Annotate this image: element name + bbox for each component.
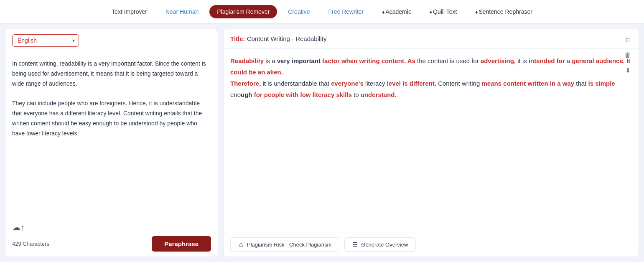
output-word: very — [277, 57, 290, 64]
output-word: intended for — [529, 57, 565, 64]
language-selector-area: English Spanish French German — [5, 29, 218, 52]
nav-creative[interactable]: Creative — [280, 5, 317, 18]
output-word: level is different. — [387, 80, 436, 87]
output-word: advertising, — [481, 57, 516, 64]
overview-btn-label: Generate Overview — [361, 242, 408, 248]
nav-free-rewriter[interactable]: Free Rewriter — [321, 5, 371, 18]
output-word: for people with low literacy skills — [254, 91, 352, 98]
output-word: important — [292, 57, 321, 64]
title-value: Content Writing - Readability — [247, 35, 327, 42]
output-word: everyone's — [331, 80, 364, 87]
copy-button[interactable]: ⧉ — [622, 34, 634, 46]
top-navigation: Text Improver Near Human Plagiarism Remo… — [0, 0, 644, 24]
right-bottom-bar: ⚠ Plagiarism Risk - Check Plagiarism ☰ G… — [224, 232, 639, 257]
nav-plagiarism-remover[interactable]: Plagiarism Remover — [209, 5, 277, 18]
left-bottom-bar: 429 Characters Paraphrase — [5, 231, 218, 257]
language-select[interactable]: English Spanish French German — [12, 34, 79, 47]
input-text-area[interactable]: In content writing, readability is a ver… — [5, 52, 218, 231]
output-word: factor when writing content. As — [322, 57, 415, 64]
plagiarism-btn-label: Plagiarism Risk - Check Plagiarism — [247, 242, 331, 248]
download-button[interactable]: ⬇ — [622, 64, 634, 76]
right-action-icons: ⧉ 🗑 ⬇ — [622, 34, 634, 76]
output-word: Therefore, — [230, 80, 261, 87]
delete-icon: 🗑 — [624, 51, 631, 59]
diamond-icon-quill — [430, 8, 433, 15]
output-title: Title: Content Writing - Readability — [230, 35, 326, 42]
output-word: understand. — [361, 91, 397, 98]
generate-overview-button[interactable]: ☰ Generate Overview — [344, 237, 416, 252]
nav-quill-text[interactable]: Quill Text — [422, 5, 464, 18]
output-word: is simple — [588, 80, 615, 87]
download-icon: ⬇ — [625, 66, 631, 74]
nav-sentence-rephraser[interactable]: Sentence Rephraser — [468, 5, 540, 18]
overview-icon: ☰ — [352, 241, 358, 248]
nav-near-human[interactable]: Near Human — [158, 5, 206, 18]
title-label: Title: — [230, 35, 245, 42]
output-word: means content written in a way — [481, 80, 574, 87]
output-text-area: Readability is a very important factor w… — [224, 48, 639, 232]
copy-icon: ⧉ — [626, 36, 630, 44]
right-panel: Title: Content Writing - Readability ⧉ 🗑… — [223, 29, 639, 257]
nav-academic[interactable]: Academic — [374, 5, 419, 18]
plagiarism-icon: ⚠ — [238, 241, 244, 248]
right-top-bar: Title: Content Writing - Readability — [224, 29, 639, 48]
delete-button[interactable]: 🗑 — [622, 49, 634, 61]
character-count: 429 Characters — [12, 241, 49, 247]
upload-icon[interactable]: ☁↑ — [12, 222, 25, 232]
left-panel: English Spanish French German In content… — [5, 29, 218, 257]
plagiarism-check-button[interactable]: ⚠ Plagiarism Risk - Check Plagiarism — [230, 237, 339, 252]
nav-text-improver[interactable]: Text Improver — [104, 5, 155, 18]
output-word: Readability — [230, 57, 264, 64]
paraphrase-button[interactable]: Paraphrase — [152, 236, 211, 252]
main-area: English Spanish French German In content… — [0, 24, 644, 262]
select-wrapper: English Spanish French German — [12, 34, 79, 47]
